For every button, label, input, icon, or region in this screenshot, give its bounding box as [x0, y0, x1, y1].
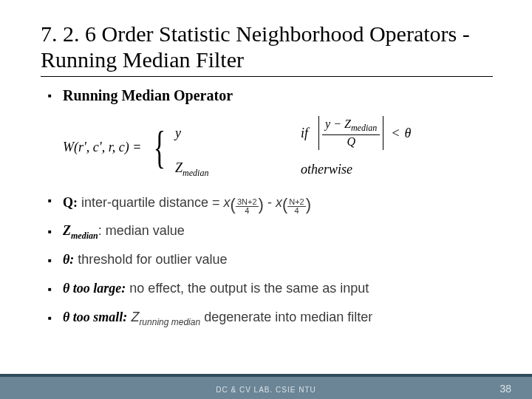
heading-text: Running Median Operator	[63, 87, 491, 104]
bullet-icon	[48, 223, 63, 242]
theta-large-text: θ too large: no effect, the output is th…	[63, 281, 491, 296]
theta-row: θ: threshold for outlier value	[48, 252, 491, 270]
theta-small-row: θ too small: Zrunning median degenerate …	[48, 310, 491, 328]
formula-lhs: W(r', c', r, c) =	[63, 140, 141, 155]
bullet-icon	[48, 192, 63, 211]
case1-value: y	[175, 126, 242, 141]
formula-cases: y if y − Zmedian Q < θ Zmedian otherwise	[175, 116, 411, 179]
theta-text: θ: threshold for outlier value	[63, 252, 491, 267]
zmedian-row: Zmedian: median value	[48, 223, 491, 242]
bullet-icon	[48, 281, 63, 299]
slide: 7. 2. 6 Order Statistic Neighborhood Ope…	[0, 0, 532, 399]
heading-row: Running Median Operator	[48, 87, 491, 106]
content-area: Running Median Operator W(r', c', r, c) …	[48, 87, 491, 338]
case2-condition: otherwise	[301, 162, 411, 177]
bullet-icon	[48, 252, 63, 270]
q-row: Q: inter-quartile distance = x(3N+24) - …	[48, 192, 491, 213]
footer-text: DC & CV LAB. CSIE NTU	[0, 386, 532, 394]
bullet-icon	[48, 87, 63, 106]
formula-block: W(r', c', r, c) = { y if y − Zmedian Q <…	[63, 116, 491, 179]
page-number: 38	[499, 383, 511, 395]
abs-icon: y − Zmedian Q	[318, 116, 383, 150]
title-underline	[41, 76, 493, 77]
case2-value: Zmedian	[175, 160, 242, 179]
theta-small-text: θ too small: Zrunning median degenerate …	[63, 310, 491, 327]
zmedian-text: Zmedian: median value	[63, 223, 491, 242]
slide-title: 7. 2. 6 Order Statistic Neighborhood Ope…	[41, 21, 484, 73]
brace-icon: {	[154, 126, 166, 168]
bullet-icon	[48, 310, 63, 328]
theta-large-row: θ too large: no effect, the output is th…	[48, 281, 491, 299]
case1-condition: if y − Zmedian Q < θ	[301, 116, 411, 150]
q-text: Q: inter-quartile distance = x(3N+24) - …	[63, 192, 491, 213]
